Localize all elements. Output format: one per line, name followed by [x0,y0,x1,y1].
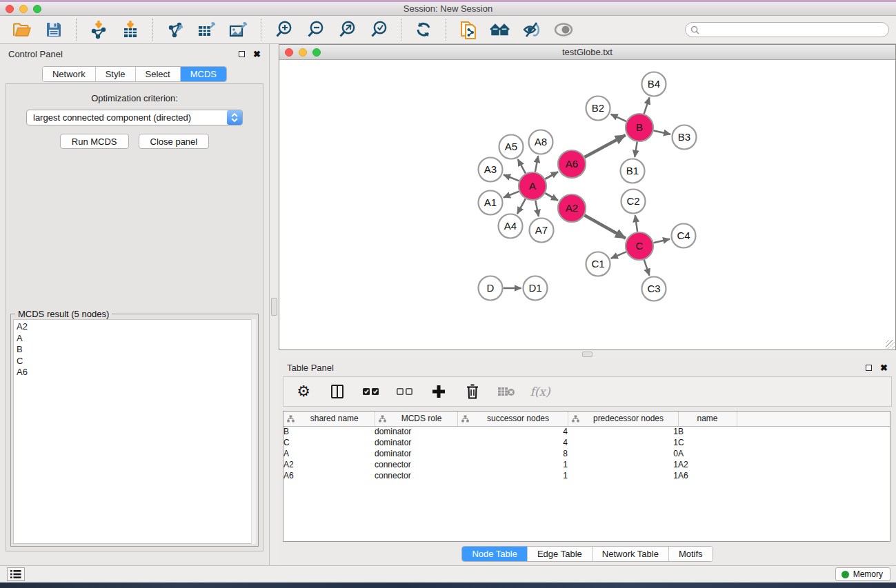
mcds-result-item[interactable]: C [17,356,252,367]
close-panel-icon[interactable]: ✖ [253,50,261,59]
memory-button[interactable]: Memory [835,567,890,581]
edge-A-A5[interactable] [518,159,526,174]
table-cell[interactable]: C [678,437,737,448]
add-column-icon[interactable] [430,383,448,401]
zoom-fit-icon[interactable] [336,19,358,40]
edge-A-A6[interactable] [545,172,558,179]
tab-mcds[interactable]: MCDS [180,67,226,81]
tab-motifs[interactable]: Motifs [668,547,713,561]
run-mcds-button[interactable]: Run MCDS [60,134,129,149]
preview-icon[interactable] [552,19,575,40]
edge-A-A4[interactable] [517,199,526,214]
tab-edge-table[interactable]: Edge Table [527,547,592,561]
open-file-icon[interactable] [11,19,33,40]
table-cell[interactable]: 1 [457,459,568,470]
window-resize-grip[interactable] [886,340,895,349]
vertical-split-divider[interactable] [269,44,279,565]
zoom-in-icon[interactable] [272,19,295,40]
edge-A-A7[interactable] [535,201,539,216]
export-image-icon[interactable] [228,19,250,40]
table-cell[interactable]: A6 [678,470,737,481]
edge-C-C2[interactable] [635,215,637,232]
edge-C-C3[interactable] [644,260,650,276]
table-cell[interactable]: 1 [568,470,678,481]
column-header-successor-nodes[interactable]: successor nodes [457,412,568,426]
clone-network-icon[interactable] [457,19,479,40]
table-cell[interactable]: A2 [678,459,737,470]
search-field[interactable] [685,22,889,37]
table-cell[interactable] [737,448,890,459]
tab-style[interactable]: Style [95,67,135,81]
tab-select[interactable]: Select [135,67,180,81]
table-cell[interactable]: dominator [375,426,457,437]
table-cell[interactable]: 0 [568,448,678,459]
table-cell[interactable]: 1 [457,470,568,481]
tab-network-table[interactable]: Network Table [592,547,668,561]
table-cell[interactable]: B [678,426,737,437]
network-close-button[interactable] [285,48,293,57]
select-all-icon[interactable] [362,383,380,401]
delete-column-icon[interactable] [464,383,481,401]
table-row[interactable]: A2connector11A2 [283,459,890,470]
edge-C-C4[interactable] [653,239,670,243]
split-grip-icon[interactable] [271,298,277,316]
edge-A-A8[interactable] [535,156,538,172]
mcds-result-item[interactable]: A [17,333,252,345]
table-cell[interactable] [737,470,890,481]
edge-B-B2[interactable] [611,114,626,121]
edge-B-B3[interactable] [654,130,670,134]
table-cell[interactable] [737,459,890,470]
delete-table-icon[interactable] [497,383,515,401]
float-panel-icon[interactable] [866,365,872,371]
export-table-icon[interactable] [196,19,218,40]
result-list-scrollbar[interactable] [251,319,256,544]
table-cell[interactable] [737,437,890,448]
zoom-selected-icon[interactable] [368,19,390,40]
zoom-out-icon[interactable] [304,19,326,40]
edge-B-B1[interactable] [635,142,637,157]
column-header-predecessor-nodes[interactable]: predecessor nodes [568,412,678,426]
minimize-window-button[interactable] [19,5,28,13]
table-cell[interactable]: dominator [375,437,457,448]
edge-C-C1[interactable] [611,252,626,258]
table-cell[interactable]: A [283,448,375,459]
table-cell[interactable]: 1 [568,426,678,437]
column-header-name[interactable]: name [678,412,737,426]
tab-network[interactable]: Network [43,67,95,81]
edge-A2-C[interactable] [584,215,626,238]
refresh-icon[interactable] [412,19,435,40]
mcds-result-item[interactable]: B [17,344,252,356]
table-cell[interactable]: A6 [283,470,375,481]
mcds-result-list[interactable]: A2ABCA6 [13,319,253,544]
close-panel-icon[interactable]: ✖ [880,363,888,372]
table-cell[interactable]: 4 [457,426,568,437]
table-cell[interactable]: C [283,437,375,448]
horizontal-split-divider[interactable] [279,350,896,358]
task-history-button[interactable] [7,567,25,581]
export-network-icon[interactable] [164,19,186,40]
column-header-shared-name[interactable]: shared name [283,412,375,426]
table-settings-icon[interactable]: ⚙ [295,383,312,401]
float-panel-icon[interactable] [239,51,245,57]
zoom-window-button[interactable] [33,5,41,13]
table-cell[interactable]: connector [375,470,457,481]
table-row[interactable]: A6connector11A6 [283,470,890,481]
save-session-icon[interactable] [43,19,65,40]
node-table[interactable]: shared nameMCDS rolesuccessor nodesprede… [283,411,890,542]
edge-A6-B[interactable] [584,135,625,157]
network-minimize-button[interactable] [299,48,307,57]
hide-graphics-details-icon[interactable] [521,19,543,40]
table-row[interactable]: Bdominator41B [283,426,890,437]
network-canvas[interactable]: AA1A2A3A4A5A6A7A8BB1B2B3B4CC1C2C3C4DD1 [279,60,895,349]
table-row[interactable]: Adominator80A [283,448,890,459]
close-panel-button[interactable]: Close panel [139,134,210,149]
edge-A-A1[interactable] [504,192,519,198]
table-cell[interactable]: 1 [568,459,678,470]
deselect-all-icon[interactable] [396,383,414,401]
edge-A-A2[interactable] [545,193,558,200]
import-network-icon[interactable] [88,19,110,40]
function-builder-icon[interactable]: f(x) [531,383,549,401]
tab-node-table[interactable]: Node Table [462,547,527,561]
import-table-icon[interactable] [119,19,141,40]
table-cell[interactable]: B [283,426,375,437]
